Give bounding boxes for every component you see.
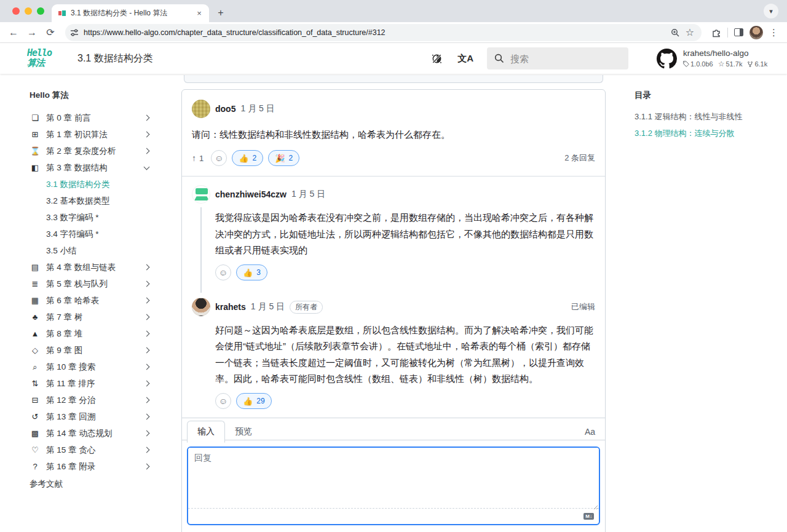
add-reaction-button[interactable]: ☺	[215, 393, 231, 409]
tab-preview[interactable]: 预览	[225, 421, 262, 442]
bookmark-star-icon[interactable]: ☆	[686, 26, 694, 38]
toc-item-312[interactable]: 3.1.2 物理结构：连续与分散	[635, 125, 781, 141]
avatar[interactable]	[192, 100, 210, 118]
repo-forks: 6.1k	[754, 60, 767, 68]
window-controls[interactable]	[0, 0, 52, 22]
chevron-right-icon[interactable]	[144, 132, 150, 138]
chevron-right-icon[interactable]	[144, 414, 150, 420]
text-format-icon[interactable]: Aa	[585, 427, 595, 437]
browser-toolbar: ← → ⟳ https://www.hello-algo.com/chapter…	[0, 22, 787, 43]
sidebar-item-ch2[interactable]: ⌛第 2 章 复杂度分析	[30, 143, 166, 159]
upvote-control[interactable]: ↑ 1	[192, 153, 204, 163]
avatar[interactable]	[192, 298, 210, 316]
markdown-icon[interactable]: M↓	[583, 513, 594, 520]
reaction-thumbs-up[interactable]: 👍29	[236, 393, 272, 409]
reaction-tada[interactable]: 🎉2	[268, 150, 299, 166]
add-reaction-button[interactable]: ☺	[215, 264, 231, 280]
extensions-puzzle-icon[interactable]	[711, 28, 721, 38]
new-tab-button[interactable]: +	[213, 5, 229, 21]
reply-author[interactable]: krahets	[215, 302, 246, 312]
window-minimize-button[interactable]	[25, 7, 32, 15]
sidebar-item-3-1[interactable]: 3.1 数据结构分类	[30, 176, 166, 193]
chevron-right-icon[interactable]	[144, 347, 150, 354]
sidebar-item-ch6[interactable]: ▦第 6 章 哈希表	[30, 292, 166, 309]
address-bar[interactable]: https://www.hello-algo.com/chapter_data_…	[65, 24, 702, 41]
sidebar-item-ch16[interactable]: ?第 16 章 附录	[30, 458, 166, 475]
hash-table-icon: ▦	[30, 296, 41, 305]
tab-close-icon[interactable]: ×	[194, 9, 204, 18]
site-search[interactable]	[487, 47, 628, 69]
chevron-right-icon[interactable]	[144, 148, 150, 154]
toc-item-311[interactable]: 3.1.1 逻辑结构：线性与非线性	[635, 108, 781, 125]
chevron-right-icon[interactable]	[144, 264, 150, 271]
sidebar-item-ch4[interactable]: ▤第 4 章 数组与链表	[30, 259, 166, 276]
sidebar-item-ch9[interactable]: ◇第 9 章 图	[30, 342, 166, 359]
browser-menu-icon[interactable]: ⋮	[769, 27, 778, 38]
search-input[interactable]	[510, 54, 603, 64]
comment-author[interactable]: doo5	[215, 104, 235, 114]
reply-author[interactable]: chenzhiwei54czw	[215, 189, 287, 199]
sidebar-item-ch14[interactable]: ▩第 14 章 动态规划	[30, 425, 166, 442]
sidebar-item-ch8[interactable]: ▲第 8 章 堆	[30, 325, 166, 342]
reload-icon[interactable]: ⟳	[42, 24, 59, 41]
sidebar-item-ch3[interactable]: ◧第 3 章 数据结构	[30, 159, 166, 176]
chevron-right-icon[interactable]	[144, 447, 150, 453]
forward-icon[interactable]: →	[23, 24, 41, 41]
browser-profile-avatar[interactable]	[749, 26, 763, 39]
sidebar-item-ch13[interactable]: ↺第 13 章 回溯	[30, 408, 166, 425]
chevron-right-icon[interactable]	[144, 281, 150, 287]
sidebar-item-ch7[interactable]: ♣第 7 章 树	[30, 309, 166, 325]
sidebar-item-3-5[interactable]: 3.5 小结	[30, 242, 166, 259]
sidebar-item-references[interactable]: 参考文献	[30, 475, 166, 492]
chevron-right-icon[interactable]	[144, 364, 150, 370]
sidebar-item-ch15[interactable]: ♡第 15 章 贪心	[30, 442, 166, 458]
back-icon[interactable]: ←	[5, 24, 22, 41]
upvote-arrow-icon[interactable]: ↑	[192, 153, 196, 163]
window-close-button[interactable]	[12, 7, 20, 15]
github-repo-link[interactable]: krahets/hello-algo 1.0.0b6 ☆51.7k 6.1k	[657, 49, 777, 69]
sidebar-item-ch1[interactable]: ⊞第 1 章 初识算法	[30, 126, 166, 143]
reaction-thumbs-up[interactable]: 👍2	[232, 150, 263, 166]
chevron-right-icon[interactable]	[144, 381, 150, 387]
theme-toggle-icon[interactable]	[431, 53, 443, 65]
add-reaction-button[interactable]: ☺	[211, 150, 227, 166]
browser-tab[interactable]: 3.1 数据结构分类 - Hello 算法 ×	[52, 4, 209, 22]
chevron-right-icon[interactable]	[144, 314, 150, 320]
attachment-dropzone[interactable]: M↓	[188, 508, 599, 524]
replies-count: 2 条回复	[564, 153, 595, 164]
sidebar-item-3-3[interactable]: 3.3 数字编码 *	[30, 209, 166, 226]
sidebar-item-3-4[interactable]: 3.4 字符编码 *	[30, 226, 166, 242]
site-settings-icon[interactable]	[70, 28, 79, 37]
chevron-right-icon[interactable]	[144, 397, 150, 403]
site-logo[interactable]: Hello 算法	[27, 48, 64, 69]
url-text[interactable]: https://www.hello-algo.com/chapter_data_…	[84, 28, 666, 37]
hourglass-icon: ⌛	[30, 146, 41, 156]
chevron-right-icon[interactable]	[144, 115, 150, 121]
chevron-right-icon[interactable]	[144, 464, 150, 470]
reaction-thumbs-up[interactable]: 👍3	[236, 264, 267, 280]
window-zoom-button[interactable]	[37, 7, 44, 15]
toolbar-divider	[727, 28, 728, 38]
heap-icon: ▲	[30, 329, 41, 338]
sort-icon: ⇅	[30, 379, 41, 388]
sidebar-item-ch5[interactable]: ≣第 5 章 栈与队列	[30, 276, 166, 292]
sidebar-item-ch10[interactable]: ⌕第 10 章 搜索	[30, 359, 166, 375]
reply-date: 1 月 5 日	[291, 189, 325, 200]
language-icon[interactable]: 文A	[457, 53, 473, 65]
sidebar-item-ch0[interactable]: ❏第 0 章 前言	[30, 109, 166, 126]
chevron-right-icon[interactable]	[144, 331, 150, 337]
chevron-right-icon[interactable]	[144, 431, 150, 437]
sidebar-item-3-2[interactable]: 3.2 基本数据类型	[30, 193, 166, 209]
sidebar-item-ch12[interactable]: ⊟第 12 章 分治	[30, 392, 166, 408]
zoom-icon[interactable]	[671, 28, 679, 37]
chevron-down-icon[interactable]	[144, 164, 150, 170]
reply-textarea[interactable]	[188, 448, 599, 508]
chevron-right-icon[interactable]	[144, 298, 150, 304]
page-title: 3.1 数据结构分类	[77, 52, 153, 65]
tab-write[interactable]: 输入	[187, 421, 225, 443]
side-panel-icon[interactable]	[734, 28, 743, 36]
comment-body: 请问：线性数据结构和非线性数据结构，哈希表为什么都存在。	[182, 118, 605, 143]
sidebar-item-ch11[interactable]: ⇅第 11 章 排序	[30, 375, 166, 392]
avatar[interactable]	[192, 185, 210, 204]
tab-search-chevron-icon[interactable]: ▾	[764, 4, 778, 18]
